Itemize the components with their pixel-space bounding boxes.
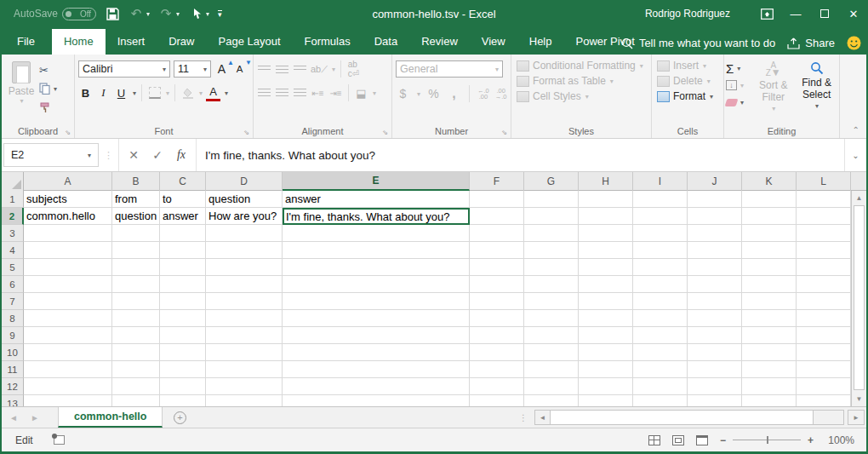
column-header-I[interactable]: I: [633, 172, 688, 191]
column-header-A[interactable]: A: [24, 172, 112, 191]
cell-D11[interactable]: [206, 361, 283, 378]
cell-H5[interactable]: [579, 259, 633, 276]
cell-K2[interactable]: [742, 208, 797, 225]
cell-A7[interactable]: [24, 293, 112, 310]
cell-G11[interactable]: [524, 361, 579, 378]
cell-H11[interactable]: [579, 361, 633, 378]
cell-D8[interactable]: [206, 310, 283, 327]
cell-G7[interactable]: [524, 293, 579, 310]
cell-F6[interactable]: [470, 276, 524, 293]
cell-E6[interactable]: [283, 276, 470, 293]
cell-F2[interactable]: [470, 208, 524, 225]
cell-L6[interactable]: [797, 276, 851, 293]
row-header-3[interactable]: 3: [2, 225, 24, 242]
cell-H1[interactable]: [579, 191, 633, 208]
cell-B5[interactable]: [112, 259, 160, 276]
cell-B3[interactable]: [112, 225, 160, 242]
next-sheet-icon[interactable]: ►: [26, 407, 44, 428]
page-break-preview-icon[interactable]: [696, 435, 708, 445]
column-header-B[interactable]: B: [112, 172, 160, 191]
confirm-entry-icon[interactable]: ✓: [146, 145, 168, 165]
cell-A3[interactable]: [24, 225, 112, 242]
cell-E3[interactable]: [283, 225, 470, 242]
cell-J1[interactable]: [688, 191, 742, 208]
font-dialog-launcher-icon[interactable]: ⇘: [243, 129, 249, 136]
orientation-icon[interactable]: ab⟋: [311, 61, 328, 78]
cell-E5[interactable]: [283, 259, 470, 276]
cell-I1[interactable]: [633, 191, 688, 208]
cell-K11[interactable]: [742, 361, 797, 378]
cell-A10[interactable]: [24, 344, 112, 361]
cell-L7[interactable]: [797, 293, 851, 310]
cell-I8[interactable]: [633, 310, 688, 327]
column-header-F[interactable]: F: [470, 172, 524, 191]
cancel-entry-icon[interactable]: ✕: [123, 145, 145, 165]
row-header-1[interactable]: 1: [2, 191, 24, 208]
cell-E9[interactable]: [283, 327, 470, 344]
cell-G1[interactable]: [524, 191, 579, 208]
column-header-J[interactable]: J: [688, 172, 742, 191]
cell-G2[interactable]: [524, 208, 579, 225]
cell-L8[interactable]: [797, 310, 851, 327]
cell-B9[interactable]: [112, 327, 160, 344]
column-header-D[interactable]: D: [206, 172, 283, 191]
row-header-7[interactable]: 7: [2, 293, 24, 310]
cell-A13[interactable]: [24, 395, 112, 406]
comma-style-icon[interactable]: ,: [447, 86, 461, 102]
cell-K5[interactable]: [742, 259, 797, 276]
fill-color-button[interactable]: [180, 85, 195, 101]
column-header-E[interactable]: E: [283, 172, 470, 191]
undo-icon[interactable]: ↶: [128, 6, 144, 21]
previous-sheet-icon[interactable]: ◄: [2, 407, 26, 428]
cell-B13[interactable]: [112, 395, 160, 406]
cell-G4[interactable]: [524, 242, 579, 259]
vertical-scroll-thumb[interactable]: [854, 205, 865, 390]
tab-view[interactable]: View: [470, 29, 517, 55]
cell-J10[interactable]: [688, 344, 742, 361]
column-header-K[interactable]: K: [742, 172, 797, 191]
row-header-12[interactable]: 12: [2, 378, 24, 395]
zoom-level[interactable]: 100%: [825, 434, 854, 446]
cell-D2[interactable]: How are you?: [206, 208, 283, 225]
cell-G6[interactable]: [524, 276, 579, 293]
cell-F13[interactable]: [470, 395, 524, 406]
cell-A2[interactable]: common.hello: [24, 208, 112, 225]
cell-C10[interactable]: [160, 344, 206, 361]
cell-F11[interactable]: [470, 361, 524, 378]
cell-J2[interactable]: [688, 208, 742, 225]
cell-A6[interactable]: [24, 276, 112, 293]
cell-E4[interactable]: [283, 242, 470, 259]
cell-C9[interactable]: [160, 327, 206, 344]
cell-B10[interactable]: [112, 344, 160, 361]
tab-page-layout[interactable]: Page Layout: [207, 29, 293, 55]
cell-A1[interactable]: subjects: [24, 191, 112, 208]
cell-D7[interactable]: [206, 293, 283, 310]
decrease-indent-icon[interactable]: ⇤≡: [311, 85, 325, 101]
cell-E13[interactable]: [283, 395, 470, 406]
cell-C12[interactable]: [160, 378, 206, 395]
format-cells-button[interactable]: Format▾: [654, 90, 722, 102]
align-right-icon[interactable]: [293, 85, 307, 101]
cell-G10[interactable]: [524, 344, 579, 361]
cell-H2[interactable]: [579, 208, 633, 225]
tab-data[interactable]: Data: [363, 29, 409, 55]
cell-L4[interactable]: [797, 242, 851, 259]
cell-D1[interactable]: question: [206, 191, 283, 208]
cell-C6[interactable]: [160, 276, 206, 293]
cell-B4[interactable]: [112, 242, 160, 259]
tab-home[interactable]: Home: [52, 29, 106, 55]
delete-cells-button[interactable]: Delete▾: [654, 75, 722, 87]
scroll-up-icon[interactable]: ▲: [852, 191, 866, 205]
horizontal-scroll-thumb[interactable]: [550, 411, 814, 424]
autosave-toggle[interactable]: AutoSave Off: [14, 8, 96, 20]
close-button[interactable]: ✕: [839, 0, 868, 27]
cell-C8[interactable]: [160, 310, 206, 327]
cell-F3[interactable]: [470, 225, 524, 242]
tab-review[interactable]: Review: [409, 29, 470, 55]
cell-E2[interactable]: I'm fine, thanks. What about you?: [283, 208, 470, 225]
zoom-in-icon[interactable]: +: [808, 434, 814, 446]
account-name[interactable]: Rodrigo Rodriguez: [645, 8, 730, 20]
cell-I2[interactable]: [633, 208, 688, 225]
cell-D6[interactable]: [206, 276, 283, 293]
cell-H8[interactable]: [579, 310, 633, 327]
